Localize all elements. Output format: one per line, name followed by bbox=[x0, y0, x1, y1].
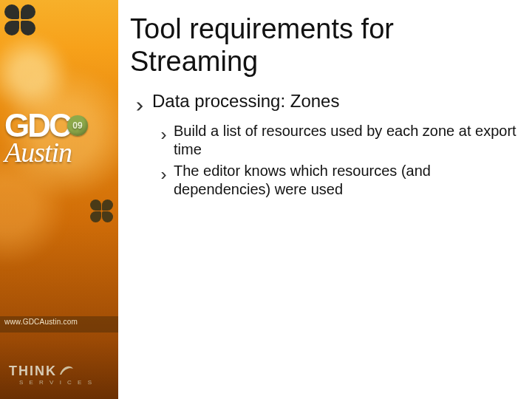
gdc-logo: GDC 09 Austin bbox=[4, 111, 114, 168]
chevron-icon bbox=[160, 126, 168, 144]
bullet-level2: Build a list of resources used by each z… bbox=[160, 122, 522, 159]
sponsor-logo: THINK S E R V I C E S bbox=[9, 363, 94, 386]
bullet-level1: Data processing: Zones bbox=[134, 91, 522, 116]
chevron-icon bbox=[134, 95, 145, 116]
content-area: Tool requirements for Streaming Data pro… bbox=[130, 13, 522, 200]
chevron-icon bbox=[160, 166, 168, 184]
slide-title: Tool requirements for Streaming bbox=[130, 13, 522, 78]
year-badge: 09 bbox=[67, 115, 88, 136]
sidebar: GDC 09 Austin www.GDCAustin.com THINK S … bbox=[0, 0, 118, 399]
conference-url: www.GDCAustin.com bbox=[4, 318, 78, 326]
swoosh-icon bbox=[58, 363, 75, 379]
slide: GDC 09 Austin www.GDCAustin.com THINK S … bbox=[0, 0, 532, 399]
bullet-text: Build a list of resources used by each z… bbox=[174, 122, 522, 159]
sponsor-subtitle: S E R V I C E S bbox=[19, 379, 94, 386]
bullet-text: Data processing: Zones bbox=[152, 91, 522, 112]
gdc-logo-text: GDC bbox=[4, 107, 70, 143]
clover-icon bbox=[4, 4, 38, 38]
bullet-text: The editor knows which resources (and de… bbox=[174, 162, 522, 199]
sponsor-name: THINK bbox=[9, 364, 57, 379]
bullet-level2: The editor knows which resources (and de… bbox=[160, 162, 522, 199]
clover-icon bbox=[90, 200, 115, 225]
